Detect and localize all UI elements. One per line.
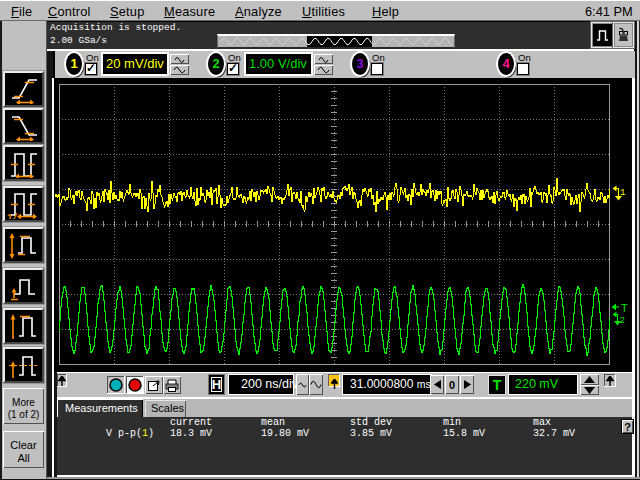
svg-text:2: 2 (620, 316, 625, 326)
svg-text:1: 1 (620, 188, 625, 198)
svg-text:T: T (621, 302, 628, 314)
